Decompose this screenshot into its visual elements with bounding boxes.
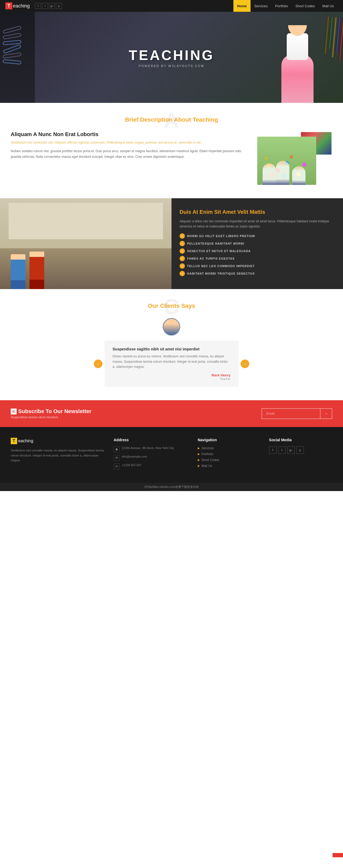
clients-title: C Our Clients Says — [11, 303, 332, 309]
testimonial-avatar — [104, 317, 239, 336]
feature-label-5: TELLUS NEC LEO COMMODO IMPERDIET — [187, 265, 255, 268]
about-highlight: Vestibulum nec venenatis nisl. Aliquam e… — [11, 140, 249, 145]
hero-section: TEACHING POWERED BY W3LAYOUTS.COM — [0, 12, 343, 103]
clients-title-suffix: Says — [180, 303, 195, 309]
logo-letter: T — [5, 2, 12, 9]
footer-address-text: 1234k Avenue, 4th block, New York City. — [122, 446, 175, 450]
features-desc: Aliquam a tellus nec leo commodo imperdi… — [180, 219, 335, 229]
logo-text: eaching — [13, 3, 30, 9]
feature-item-1: ✓ MORBI EU VELIT EGET LIBERO PRETIUM — [180, 233, 335, 239]
testimonial-container: ‹ Suspendisse sagittis nibh sit amet nis… — [104, 317, 239, 387]
about-body: Nullam sodales rutrum nisi, gravida port… — [11, 148, 249, 159]
nav-links: Home Services Portfolio Short Codes Mail… — [233, 0, 338, 12]
feature-item-5: ✓ TELLUS NEC LEO COMMODO IMPERDIET — [180, 264, 335, 269]
newsletter-section: n Subscribe To Our Newsletter Suspendiss… — [0, 400, 343, 427]
footer-nav-list: ▶ Services ▶ Portfolio ▶ Short Codes ▶ — [198, 446, 261, 468]
hero-girl-figure — [273, 25, 321, 103]
feature-list: ✓ MORBI EU VELIT EGET LIBERO PRETIUM ✓ P… — [180, 233, 335, 276]
footer-social-col: Social Media f t g+ p — [269, 438, 332, 472]
about-section-title: A Brief Description About Teaching — [11, 116, 332, 123]
footer-nav-shortcodes-link[interactable]: ▶ Short Codes — [198, 458, 261, 462]
watermark-text: 访问w3bbs.xdenbo.com免费下载更多内容 — [144, 485, 199, 488]
phone-icon: ☏ — [114, 463, 120, 469]
pinterest-icon-nav[interactable]: p — [56, 3, 62, 9]
feature-label-1: MORBI EU VELIT EGET LIBERO PRETIUM — [187, 235, 255, 238]
testimonial-body: Donec laoreet eu purus eu viverra. Vesti… — [113, 354, 230, 369]
twitter-icon-nav[interactable]: t — [42, 3, 48, 9]
testimonial-box: Suspendisse sagittis nibh sit amet nisi … — [104, 341, 239, 387]
features-section: Duis At Enim Sit Amet Velit Mattis Aliqu… — [0, 198, 343, 289]
nav-home[interactable]: Home — [233, 0, 251, 12]
nav-portfolio[interactable]: Portfolio — [272, 0, 292, 12]
feature-item-4: ✓ FAMES AC TURPIS EGESTAS — [180, 256, 335, 261]
about-images — [257, 131, 332, 185]
nav-services[interactable]: Services — [251, 0, 272, 12]
clients-watermark: C — [164, 294, 179, 319]
feature-bullet-5: ✓ — [180, 264, 185, 269]
clients-title-prefix: Our — [148, 303, 160, 309]
nav-arrow-icon-3: ▶ — [198, 458, 200, 461]
kids-classroom — [0, 198, 172, 289]
footer-nav-services-link[interactable]: ▶ Services — [198, 446, 261, 450]
about-article-title: Aliquam A Nunc Non Erat Lobortis — [11, 131, 249, 137]
footer-email-item: ✉ info@example.com — [114, 455, 189, 461]
nav-mailUs[interactable]: Mail Us — [319, 0, 338, 12]
footer-social-icons: f t g+ p — [269, 446, 332, 454]
about-content: Aliquam A Nunc Non Erat Lobortis Vestibu… — [11, 131, 332, 185]
nav-shortcodes[interactable]: Short Codes — [291, 0, 318, 12]
nav-arrow-icon-4: ▶ — [198, 464, 200, 467]
footer-address-title: Address — [114, 438, 189, 442]
footer-nav-portfolio-link[interactable]: ▶ Portfolio — [198, 452, 261, 456]
footer-address-item: ◉ 1234k Avenue, 4th block, New York City… — [114, 446, 189, 452]
nav-arrow-icon-2: ▶ — [198, 453, 200, 456]
newsletter-form: → — [261, 408, 332, 419]
feature-item-3: ✓ SENECTUS ET NETUS ET MALESUADA — [180, 248, 335, 254]
newsletter-subtitle: Suspendisse lacinia rutrum tincidunt. — [11, 415, 91, 419]
hero-title: TEACHING — [129, 47, 214, 63]
email-icon: ✉ — [114, 455, 120, 461]
footer-phone-text: +1234 567 567 — [122, 463, 142, 467]
features-content: Duis At Enim Sit Amet Velit Mattis Aliqu… — [172, 198, 343, 289]
footer-email-text: info@example.com — [122, 455, 147, 458]
footer-logo-text: eaching — [18, 439, 33, 443]
footer-twitter-icon[interactable]: t — [278, 446, 286, 454]
avatar-inner — [163, 319, 180, 335]
google-icon-nav[interactable]: g+ — [49, 3, 55, 9]
newsletter-title-text: Subscribe To Our Newsletter — [18, 408, 91, 414]
footer-nav-shortcodes-label: Short Codes — [201, 458, 219, 462]
footer-nav-portfolio[interactable]: ▶ Portfolio — [198, 452, 261, 456]
author-role: Teacher — [113, 377, 230, 380]
feature-bullet-4: ✓ — [180, 256, 185, 261]
hero-subtitle: POWERED BY W3LAYOUTS.COM — [129, 64, 214, 67]
author-name: Mark Henry — [113, 373, 230, 377]
hero-pencils-right — [323, 16, 343, 61]
footer-nav-shortcodes[interactable]: ▶ Short Codes — [198, 458, 261, 462]
newsletter-email-input[interactable] — [261, 408, 320, 419]
footer-pinterest-icon[interactable]: p — [297, 446, 304, 454]
footer-google-icon[interactable]: g+ — [287, 446, 295, 454]
testimonial-wrapper: ‹ Suspendisse sagittis nibh sit amet nis… — [104, 341, 239, 387]
feature-label-3: SENECTUS ET NETUS ET MALESUADA — [187, 249, 251, 253]
feature-label-6: HABITANT MORBI TRISTIQUE SENECTUS — [187, 272, 255, 275]
footer: T eaching Vestibulum sed convallis massa… — [0, 427, 343, 483]
footer-nav-mail-label: Mail Us — [201, 464, 212, 468]
newsletter-title: n Subscribe To Our Newsletter — [11, 408, 91, 414]
carousel-prev-button[interactable]: ‹ — [94, 360, 102, 368]
footer-nav-col: Navigation ▶ Services ▶ Portfolio ▶ Shor… — [198, 438, 261, 472]
newsletter-left: n Subscribe To Our Newsletter Suspendiss… — [11, 408, 91, 419]
footer-facebook-icon[interactable]: f — [269, 446, 277, 454]
testimonial-title: Suspendisse sagittis nibh sit amet nisi … — [113, 347, 230, 351]
facebook-icon-nav[interactable]: f — [35, 3, 41, 9]
navbar: T eaching f t g+ p Home Services Portfol… — [0, 0, 343, 12]
feature-bullet-1: ✓ — [180, 233, 185, 239]
footer-nav-mail[interactable]: ▶ Mail Us — [198, 464, 261, 468]
carousel-next-button[interactable]: › — [241, 360, 249, 368]
newsletter-submit-button[interactable]: → — [320, 408, 332, 419]
watermark-banner: 访问w3bbs.xdenbo.com免费下载更多内容 — [0, 483, 343, 491]
feature-item-6: ✓ HABITANT MORBI TRISTIQUE SENECTUS — [180, 271, 335, 276]
logo[interactable]: T eaching — [5, 2, 30, 9]
footer-about-col: T eaching Vestibulum sed convallis massa… — [11, 438, 105, 472]
footer-nav-mail-link[interactable]: ▶ Mail Us — [198, 464, 261, 468]
hero-content: TEACHING POWERED BY W3LAYOUTS.COM — [129, 47, 214, 67]
footer-nav-services[interactable]: ▶ Services — [198, 446, 261, 450]
